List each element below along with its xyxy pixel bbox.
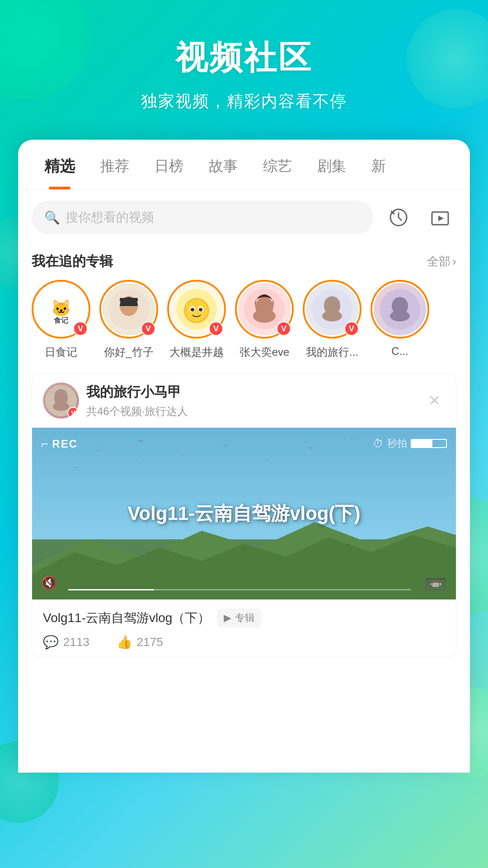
play-icon: ▶ [224,612,231,624]
page-subtitle: 独家视频，精彩内容看不停 [18,90,470,113]
list-item[interactable]: V 你好_竹子 [99,280,158,359]
bird: 〜 [223,443,227,449]
sub-item-label: 大概是井越 [169,345,224,359]
verified-badge: V [73,321,88,336]
avatar [371,280,429,339]
list-item[interactable]: V 我的旅行... [303,280,361,359]
like-count: 👍 2175 [117,635,163,650]
featured-header: V 我的旅行小马甲 共46个视频·旅行达人 ✕ [32,373,456,428]
verified-badge: V [277,321,291,336]
bird: 〜 [350,436,354,441]
like-icon: 👍 [117,635,132,650]
bird: 〜 [96,448,99,453]
subscriptions-more[interactable]: 全部 › [427,254,456,269]
header: 视频社区 独家视频，精彩内容看不停 [0,0,488,140]
svg-text:食记: 食记 [53,316,69,324]
video-info: Volg11-云南自驾游vlog（下） ▶ 专辑 💬 2113 👍 2175 [32,599,456,657]
svg-point-10 [185,299,208,322]
video-stats: 💬 2113 👍 2175 [43,635,445,650]
tab-ribang[interactable]: 日榜 [142,140,196,189]
cassette-icon: 📼 [424,574,447,595]
subscriptions-title: 我在追的专辑 [32,252,113,271]
like-count-value: 2175 [137,635,163,649]
tab-xin[interactable]: 新 [359,140,399,189]
svg-point-14 [199,308,202,311]
search-section: 🔍 搜你想看的视频 [18,190,470,245]
bird: 〜 [138,462,141,466]
tab-jingxuan[interactable]: 精选 [32,140,88,189]
search-icon: 🔍 [44,210,60,225]
video-folder-button[interactable] [424,201,456,234]
svg-point-13 [191,308,194,311]
bird: 〜 [308,445,313,452]
avatar: 🐱 食记 V [32,280,90,339]
featured-close-button[interactable]: ✕ [423,390,445,411]
tab-juji[interactable]: 剧集 [305,140,359,189]
video-timer: ⏱ 秒拍 [373,437,447,450]
bird: 〜 [180,453,183,458]
verified-badge: V [141,321,155,336]
video-overlay-title: Volg11-云南自驾游vlog(下) [32,501,456,526]
comment-icon: 💬 [43,635,59,650]
list-item[interactable]: C... [371,280,429,359]
sub-item-label: 张大奕eve [239,345,290,359]
featured-content-card: V 我的旅行小马甲 共46个视频·旅行达人 ✕ 〜 〜 〜 〜 〜 〜 〜 [32,373,456,657]
svg-text:🐱: 🐱 [51,298,71,318]
page-title: 视频社区 [18,36,470,80]
bird: 〜 [265,458,269,463]
svg-point-26 [53,402,69,411]
tab-zongyi[interactable]: 综艺 [250,140,305,189]
main-card: 精选 推荐 日榜 故事 综艺 剧集 新 🔍 搜你想看的视频 [18,140,470,773]
svg-point-20 [322,311,342,321]
list-item[interactable]: V 张大奕eve [235,280,294,359]
avatar: V [235,280,294,339]
list-item[interactable]: 🐱 食记 V 日食记 [32,280,90,359]
tab-gushi[interactable]: 故事 [196,140,250,189]
avatar: V [303,280,361,339]
album-tag[interactable]: ▶ 专辑 [217,609,261,627]
featured-channel-avatar: V [43,382,79,419]
sub-item-label: 我的旅行... [306,345,358,359]
svg-point-17 [253,309,276,323]
verified-badge: V [209,321,223,336]
avatar: V [167,280,226,339]
featured-channel-meta: 共46个视频·旅行达人 [86,404,416,419]
list-item[interactable]: V 大概是井越 [167,280,226,359]
album-label: 专辑 [235,611,255,625]
search-placeholder-text: 搜你想看的视频 [66,209,154,226]
video-title: Volg11-云南自驾游vlog（下） [43,609,210,627]
subscriptions-header: 我在追的专辑 全部 › [18,245,470,280]
rec-indicator: ⌐ REC [41,437,78,451]
history-button[interactable] [382,201,415,234]
video-progress-bar[interactable] [68,589,411,590]
bird: 〜 [75,466,78,470]
search-bar[interactable]: 🔍 搜你想看的视频 [32,201,373,234]
subscriptions-list: 🐱 食记 V 日食记 V [18,280,470,373]
mute-button[interactable]: 🔇 [41,576,57,590]
featured-channel-name: 我的旅行小马甲 [86,383,416,401]
bird: 〜 [138,438,143,444]
sub-item-label: 日食记 [45,345,77,359]
svg-point-23 [390,311,410,321]
video-thumbnail[interactable]: 〜 〜 〜 〜 〜 〜 〜 〜 〜 〜 ⌐ REC ⏱ 秒拍 [32,428,456,599]
sub-item-label: 你好_竹子 [104,345,153,359]
featured-channel-badge: V [67,407,79,419]
mountain-illustration [32,514,456,599]
verified-badge: V [344,321,359,336]
comment-count: 💬 2113 [43,635,89,650]
avatar: V [99,280,158,339]
comment-count-value: 2113 [63,635,89,649]
tabs-bar: 精选 推荐 日榜 故事 综艺 剧集 新 [18,140,470,190]
sub-item-label: C... [391,345,408,358]
tab-tuijian[interactable]: 推荐 [88,140,142,189]
